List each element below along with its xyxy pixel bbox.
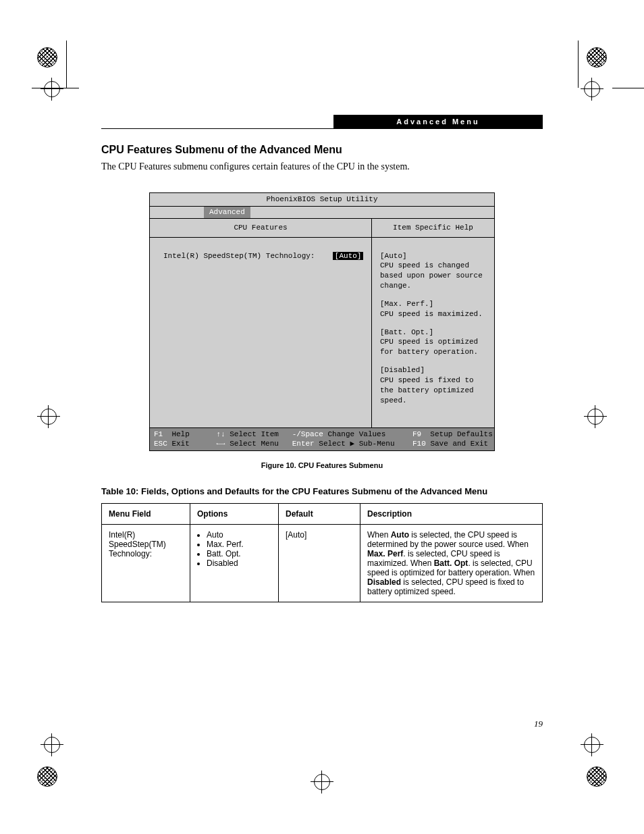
header-breadcrumb: Advanced Menu	[333, 115, 543, 128]
option-item: Max. Perf.	[207, 540, 271, 549]
bios-bottom-bar: F1 Help ↑↓ Select Item -/Space Change Va…	[150, 428, 494, 451]
th-description: Description	[360, 504, 543, 525]
bios-field-row: Intel(R) SpeedStep(TM) Technology: [Auto…	[163, 251, 363, 261]
registration-icon	[44, 737, 60, 753]
registration-icon	[314, 774, 330, 790]
bios-help-body: CPU speed is optimized for battery opera…	[380, 337, 486, 357]
cell-description: When Auto is selected, the CPU speed is …	[360, 525, 543, 602]
bios-help-head: [Auto]	[380, 251, 486, 261]
cell-menu-field: Intel(R) SpeedStep(TM) Technology:	[102, 525, 190, 602]
options-table: Menu Field Options Default Description I…	[101, 503, 543, 602]
bios-left-header: CPU Features	[150, 219, 371, 238]
page-number: 19	[534, 719, 543, 729]
bios-help-body: CPU speed is maximized.	[380, 309, 486, 319]
bios-field-value: [Auto]	[333, 252, 364, 260]
bios-field-label: Intel(R) SpeedStep(TM) Technology:	[163, 252, 315, 260]
bios-screenshot: PhoenixBIOS Setup Utility Advanced CPU F…	[149, 192, 495, 451]
th-options: Options	[190, 504, 279, 525]
table-row: Intel(R) SpeedStep(TM) Technology: Auto …	[102, 525, 543, 602]
bios-tab-row: Advanced	[150, 207, 494, 219]
bios-right-header: Item Specific Help	[372, 219, 494, 238]
th-menu-field: Menu Field	[102, 504, 190, 525]
bios-help-body: CPU speed is fixed to the battery optimi…	[380, 375, 486, 406]
option-item: Disabled	[207, 558, 271, 568]
bios-tab-advanced: Advanced	[204, 207, 250, 218]
bios-title: PhoenixBIOS Setup Utility	[150, 193, 494, 207]
cell-options: Auto Max. Perf. Batt. Opt. Disabled	[190, 525, 279, 602]
printer-mark-icon	[587, 766, 607, 787]
figure-caption: Figure 10. CPU Features Submenu	[101, 461, 543, 469]
bios-help-head: [Max. Perf.]	[380, 299, 486, 309]
registration-icon	[584, 737, 600, 753]
bios-help-head: [Batt. Opt.]	[380, 328, 486, 338]
section-title: CPU Features Submenu of the Advanced Men…	[101, 144, 543, 156]
bios-help-body: CPU speed is changed based upon power so…	[380, 261, 486, 291]
divider	[101, 128, 543, 129]
option-item: Batt. Opt.	[207, 549, 271, 558]
table-title: Table 10: Fields, Options and Defaults f…	[101, 486, 543, 496]
printer-mark-icon	[37, 766, 57, 787]
cell-default: [Auto]	[279, 525, 360, 602]
section-intro: The CPU Features submenu configures cert…	[101, 161, 543, 172]
bios-help-content: [Auto] CPU speed is changed based upon p…	[372, 238, 494, 427]
bios-help-head: [Disabled]	[380, 365, 486, 375]
table-header-row: Menu Field Options Default Description	[102, 504, 543, 525]
th-default: Default	[279, 504, 360, 525]
option-item: Auto	[207, 530, 271, 540]
